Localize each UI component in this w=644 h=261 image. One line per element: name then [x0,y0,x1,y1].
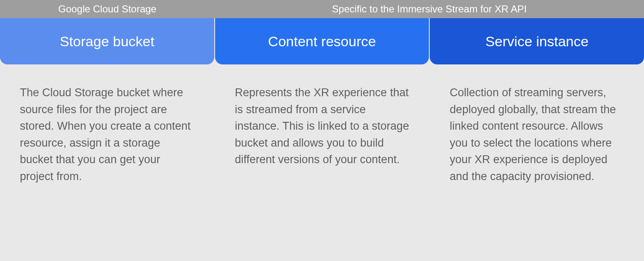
header-right-label: Specific to the Immersive Stream for XR … [215,0,644,18]
diagram-container: Google Cloud Storage Specific to the Imm… [0,0,644,261]
card-description: Collection of streaming servers, deploye… [430,64,644,261]
card-title: Storage bucket [0,18,214,64]
card-description: The Cloud Storage bucket where source fi… [0,64,214,261]
header-row: Google Cloud Storage Specific to the Imm… [0,0,644,18]
card-storage-bucket: Storage bucket The Cloud Storage bucket … [0,18,214,261]
card-description: Represents the XR experience that is str… [215,64,429,261]
cards-row: Storage bucket The Cloud Storage bucket … [0,18,644,261]
card-title: Content resource [215,18,429,64]
card-service-instance: Service instance Collection of streaming… [430,18,644,261]
header-left-label: Google Cloud Storage [0,0,215,18]
card-content-resource: Content resource Represents the XR exper… [215,18,429,261]
card-title: Service instance [430,18,644,64]
